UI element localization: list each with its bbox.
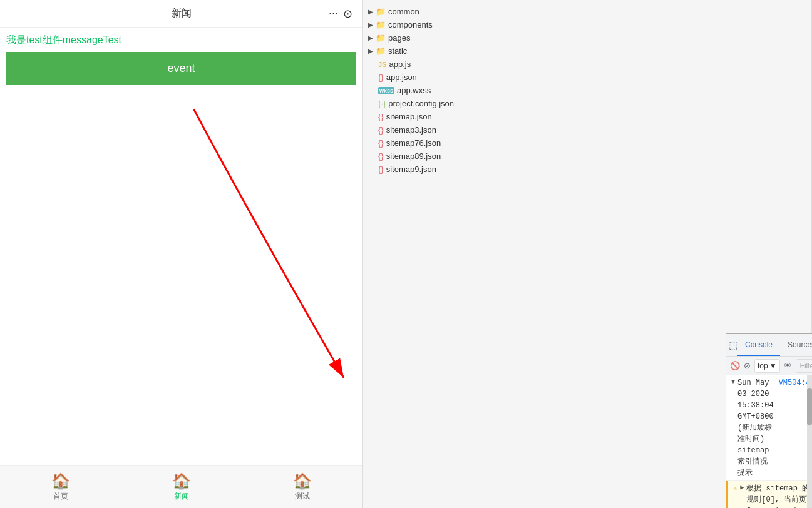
console-arrow-2[interactable]: ▶ [740,483,744,492]
right-panel: ▶ 📁 common ▶ 📁 components ▶ 📁 pages ▶ 📁 … [363,0,812,508]
console-row-2: ⚠ ▶ 根据 sitemap 的规则[0], 当前页面 [pages/new/n… [726,481,812,508]
devtools-tabs-bar: ⬚ Console Sources Network Security Audit… [726,334,812,357]
console-scrollbar[interactable] [807,375,812,508]
tab-sources-label: Sources [788,340,812,349]
console-text-1: Sun May 03 2020 15:38:04 GMT+0800 (新加坡标准… [737,377,774,479]
phone-footer: 🏠 首页 🏠 新闻 🏠 测试 [0,465,362,508]
folder-arrow-static: ▶ [368,48,373,54]
tab-console[interactable]: Console [737,334,780,356]
block-icon[interactable]: ⊘ [744,360,751,372]
file-name-pages: pages [388,33,410,43]
context-select[interactable]: top ▼ [754,359,780,373]
file-item-sitemap[interactable]: {} sitemap.json [363,110,811,123]
json-icon-sitemap9: {} [378,165,384,174]
json-icon-sitemap76: {} [378,138,384,148]
file-item-sitemap9[interactable]: {} sitemap9.json [363,163,811,176]
clear-console-icon[interactable]: 🚫 [730,360,740,372]
folder-icon-components: 📁 [376,20,386,29]
json-icon-sitemap3: {} [378,125,384,135]
devtools-toolbar: 🚫 ⊘ top ▼ 👁 Filter Default levels ▼ 1 hi… [726,357,812,375]
file-item-projectconfig[interactable]: {·} project.config.json [363,97,811,110]
news-icon: 🏠 [172,472,191,490]
devtools-console[interactable]: ▼ Sun May 03 2020 15:38:04 GMT+0800 (新加坡… [726,375,812,508]
file-name-sitemap3: sitemap3.json [386,125,436,135]
filter-input[interactable]: Filter [796,359,812,373]
file-item-static[interactable]: ▶ 📁 static [363,44,811,58]
phone-header-icons: ··· ⊙ [329,7,352,21]
phone-panel: 新闻 ··· ⊙ 我是test组件messageTest event 🏠 [0,0,363,508]
folder-icon-pages: 📁 [376,33,386,43]
file-item-pages[interactable]: ▶ 📁 pages [363,31,811,44]
json-icon-appjson: {} [378,73,384,82]
console-text-2: 根据 sitemap 的规则[0], 当前页面 [pages/new/new] … [746,483,812,508]
warning-icon-2: ⚠ [733,483,737,494]
record-icon[interactable]: ⊙ [343,7,352,21]
file-name-appwxss: app.wxss [397,86,431,95]
devtools-inspect-icon[interactable]: ⬚ [729,339,737,352]
more-icon[interactable]: ··· [329,7,338,20]
file-item-appjs[interactable]: JS app.js [363,58,811,71]
file-item-components[interactable]: ▶ 📁 components [363,18,811,31]
phone-title: 新闻 [172,7,192,20]
file-item-sitemap3[interactable]: {} sitemap3.json [363,123,811,136]
footer-home-label: 首页 [53,491,68,502]
folder-icon-common: 📁 [376,7,386,16]
arrow-annotation [0,28,362,465]
json-icon-sitemap: {} [378,112,384,121]
folder-arrow-components: ▶ [368,21,373,28]
file-name-sitemap: sitemap.json [386,112,432,121]
file-name-static: static [388,46,407,56]
file-name-appjs: app.js [389,59,411,69]
folder-arrow-common: ▶ [368,8,373,15]
event-button[interactable]: event [6,52,356,85]
phone-body-text: 我是test组件messageTest [6,34,356,47]
tab-sources[interactable]: Sources [780,334,812,356]
config-icon: {·} [378,99,386,108]
footer-news-label: 新闻 [174,491,189,502]
file-name-projectconfig: project.config.json [388,99,454,108]
tab-console-label: Console [745,340,773,349]
file-name-appjson: app.json [386,73,417,82]
phone-content: 我是test组件messageTest event [0,28,362,465]
context-dropdown-icon: ▼ [769,362,777,370]
home-icon: 🏠 [51,472,70,490]
footer-test[interactable]: 🏠 测试 [293,472,312,502]
file-item-appwxss[interactable]: wxss app.wxss [363,84,811,97]
file-item-sitemap89[interactable]: {} sitemap89.json [363,150,811,163]
file-item-appjson[interactable]: {} app.json [363,71,811,84]
phone-header: 新闻 ··· ⊙ [0,0,362,28]
main-area: 新闻 ··· ⊙ 我是test组件messageTest event 🏠 [0,0,812,508]
footer-home[interactable]: 🏠 首页 [51,472,70,502]
context-value: top [758,362,768,370]
console-arrow-1[interactable]: ▼ [731,377,735,387]
file-item-sitemap76[interactable]: {} sitemap76.json [363,136,811,150]
json-icon-sitemap89: {} [378,151,384,161]
file-name-sitemap76: sitemap76.json [386,138,441,148]
filter-placeholder: Filter [800,362,812,370]
eye-icon[interactable]: 👁 [784,360,792,372]
file-name-sitemap89: sitemap89.json [386,151,441,161]
folder-arrow-pages: ▶ [368,34,373,41]
test-icon: 🏠 [293,472,312,490]
file-name-common: common [388,7,419,16]
footer-news[interactable]: 🏠 新闻 [172,472,191,502]
file-name-sitemap9: sitemap9.json [386,165,436,174]
console-link-1[interactable]: VM504:4 [779,377,810,389]
file-item-common[interactable]: ▶ 📁 common [363,5,811,18]
file-name-components: components [388,20,433,29]
wxss-icon: wxss [378,87,394,94]
console-scrollbar-thumb[interactable] [807,388,812,425]
console-row-1: ▼ Sun May 03 2020 15:38:04 GMT+0800 (新加坡… [726,375,812,481]
js-icon: JS [378,61,386,68]
folder-icon-static: 📁 [376,46,386,56]
devtools-panel: ⬚ Console Sources Network Security Audit… [726,333,812,508]
footer-test-label: 测试 [295,491,310,502]
